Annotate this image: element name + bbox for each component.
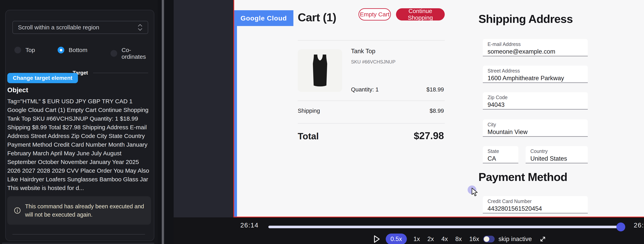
street-field-label: Street Address (488, 68, 520, 74)
shipping-row-price: $8.99 (430, 108, 444, 114)
city-field-value: Mountain View (488, 129, 528, 136)
speed-16x-button[interactable]: 16x (470, 236, 479, 243)
cart-item-price: $18.99 (426, 86, 444, 93)
zip-code-field[interactable]: Zip Code 94043 (483, 92, 588, 110)
email-field-label: E-mail Address (488, 41, 521, 47)
speed-4x-button[interactable]: 4x (441, 236, 448, 243)
radio-option-coordinates[interactable]: Co-ordinates (110, 47, 148, 60)
tank-top-illustration (306, 52, 334, 89)
play-icon[interactable] (374, 235, 380, 243)
state-field-label: State (488, 148, 499, 154)
street-address-field[interactable]: Street Address 1600 Amphitheatre Parkway (483, 66, 588, 83)
command-sidebar: Scroll within a scrollable region Top Bo… (0, 0, 158, 244)
state-field[interactable]: State CA (483, 146, 518, 163)
end-time: 26:1 (634, 222, 644, 229)
total-price: $27.98 (414, 130, 444, 142)
country-field[interactable]: Country United States (526, 146, 588, 163)
seek-bar-handle[interactable] (616, 223, 625, 231)
state-field-value: CA (488, 155, 496, 162)
credit-card-field[interactable]: Credit Card Number 4432801561520454 (483, 196, 588, 214)
site-logo-text: Google Cloud (240, 14, 287, 22)
radio-option-top[interactable]: Top (14, 47, 35, 53)
radio-label-bottom: Bottom (69, 47, 88, 53)
command-panel: Scroll within a scrollable region Top Bo… (5, 10, 154, 241)
credit-card-field-value: 4432801561520454 (488, 205, 542, 212)
total-label: Total (298, 131, 319, 142)
command-executed-notice: This command has already been executed a… (7, 196, 151, 225)
seek-bar[interactable] (268, 226, 624, 228)
cart-item-quantity: Quantity: 1 (351, 86, 379, 93)
zip-field-label: Zip Code (488, 95, 508, 100)
speed-1x-button[interactable]: 1x (414, 236, 420, 243)
continue-shopping-button[interactable]: Continue Shopping (396, 8, 445, 20)
credit-card-field-label: Credit Card Number (488, 199, 532, 204)
highlighted-scroll-region-bar (234, 10, 237, 217)
email-field[interactable]: E-mail Address someone@example.com (483, 39, 588, 56)
select-chevrons-icon (138, 24, 143, 31)
mouse-cursor-icon (472, 188, 479, 197)
radio-option-bottom[interactable]: Bottom (58, 47, 88, 53)
cart-divider-1 (298, 40, 445, 41)
command-type-select[interactable]: Scroll within a scrollable region (12, 21, 148, 34)
shipping-row-label: Shipping (298, 108, 320, 114)
cart-item-sku: SKU #66VCHSJNUP (351, 59, 396, 65)
cart-title: Cart (1) (298, 11, 336, 24)
speed-2x-button[interactable]: 2x (427, 236, 434, 243)
site-logo: Google Cloud (234, 10, 294, 26)
radio-label-coordinates: Co-ordinates (122, 47, 148, 60)
cart-item-name: Tank Top (351, 48, 376, 55)
current-time: 26:14 (240, 222, 259, 229)
payment-method-heading: Payment Method (478, 170, 567, 184)
panel-gutter (158, 0, 174, 244)
radio-label-top: Top (26, 47, 35, 53)
panel-resize-handle[interactable] (162, 0, 164, 244)
radio-circle-top[interactable] (14, 47, 21, 53)
object-heading: Object (7, 86, 28, 94)
skip-inactive-label[interactable]: skip inactive (498, 236, 532, 243)
next-panel-edge (2, 243, 154, 244)
city-field-label: City (488, 122, 496, 128)
speed-0.5x-button[interactable]: 0.5x (386, 234, 407, 244)
panel-bottom-divider (12, 234, 145, 235)
recorded-page-frame: Google Cloud Cart (1) Empty Cart Continu… (234, 0, 644, 217)
scroll-position-radio-group: Top Bottom Co-ordinates (12, 47, 148, 55)
object-description-text: Tag="HTML" $ EUR USD JPY GBP TRY CAD 1 G… (7, 97, 151, 192)
shipping-address-heading: Shipping Address (478, 12, 573, 25)
speed-8x-button[interactable]: 8x (456, 236, 462, 243)
country-field-label: Country (530, 148, 548, 154)
cart-divider-2 (298, 100, 445, 101)
info-message: This command has already been executed a… (25, 202, 144, 219)
radio-circle-bottom[interactable] (58, 47, 64, 53)
street-field-value: 1600 Amphitheatre Parkway (488, 75, 564, 82)
command-type-selected-value: Scroll within a scrollable region (18, 24, 138, 31)
info-icon (14, 207, 21, 214)
zip-field-value: 94043 (488, 101, 504, 108)
toggle-knob (484, 236, 489, 242)
replay-viewer: Google Cloud Cart (1) Empty Cart Continu… (174, 0, 644, 217)
email-field-value: someone@example.com (488, 48, 555, 55)
empty-cart-button[interactable]: Empty Cart (358, 8, 391, 20)
fullscreen-icon[interactable] (539, 236, 546, 243)
player-controls: 0.5x 1x 2x 4x 8x 16x skip inactive (374, 233, 546, 244)
skip-inactive-toggle[interactable] (483, 236, 495, 243)
product-image (298, 49, 342, 92)
divider-line-right (93, 73, 148, 73)
country-field-value: United States (530, 155, 567, 162)
cart-divider-3 (298, 123, 445, 124)
city-field[interactable]: City Mountain View (483, 119, 588, 137)
radio-circle-coordinates[interactable] (110, 50, 117, 57)
change-target-button[interactable]: Change target element (7, 73, 78, 83)
